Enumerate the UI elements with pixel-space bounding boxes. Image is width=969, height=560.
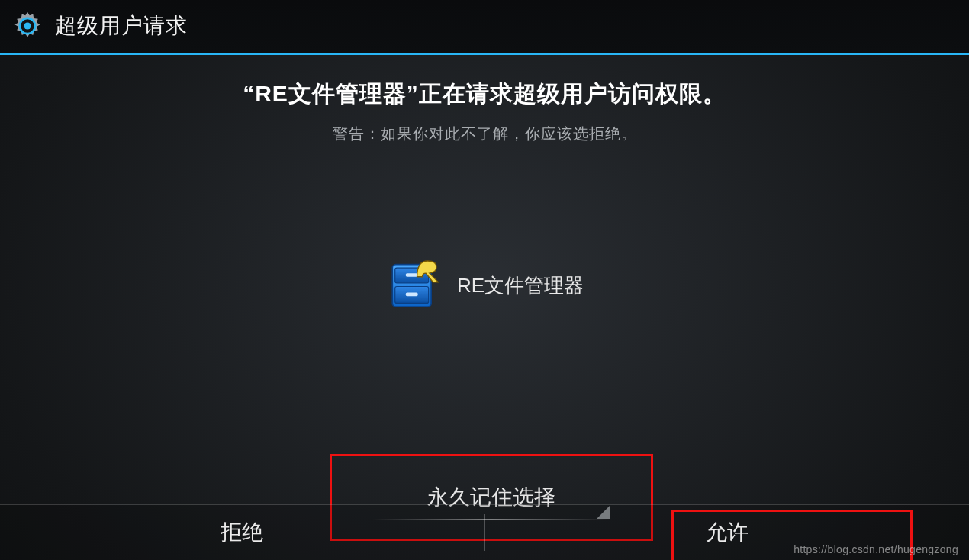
request-suffix: ”正在请求超级用户访问权限。 <box>407 81 726 106</box>
superuser-dialog: 超级用户请求 “RE文件管理器”正在请求超级用户访问权限。 警告：如果你对此不了… <box>0 0 969 560</box>
app-info: RE文件管理器 <box>0 256 969 315</box>
request-app-name: RE文件管理器 <box>255 81 407 106</box>
quote-open: “ <box>243 81 255 106</box>
svg-rect-4 <box>406 273 418 277</box>
dialog-content: “RE文件管理器”正在请求超级用户访问权限。 警告：如果你对此不了解，你应该选拒… <box>0 57 969 504</box>
app-icon <box>385 256 442 315</box>
dialog-footer: 拒绝 允许 <box>0 504 969 560</box>
dialog-header: 超级用户请求 <box>0 0 969 55</box>
allow-button-label: 允许 <box>706 518 748 547</box>
allow-button[interactable]: 允许 <box>485 505 969 560</box>
dialog-title: 超级用户请求 <box>55 11 188 40</box>
gear-icon <box>11 9 44 43</box>
request-message: “RE文件管理器”正在请求超级用户访问权限。 <box>243 79 726 110</box>
app-name-label: RE文件管理器 <box>457 272 584 299</box>
svg-rect-6 <box>406 293 418 297</box>
warning-message: 警告：如果你对此不了解，你应该选拒绝。 <box>333 124 637 144</box>
deny-button[interactable]: 拒绝 <box>0 505 484 560</box>
svg-point-1 <box>24 22 31 29</box>
deny-button-label: 拒绝 <box>221 518 263 547</box>
